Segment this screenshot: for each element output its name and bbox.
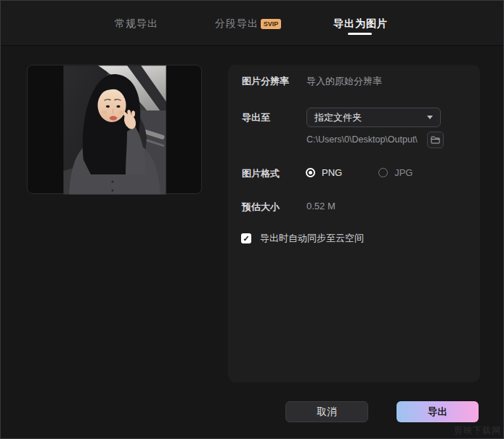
radio-png[interactable] bbox=[306, 168, 315, 177]
radio-png-label[interactable]: PNG bbox=[322, 167, 342, 178]
cancel-button[interactable]: 取消 bbox=[285, 401, 368, 422]
export-to-label: 导出至 bbox=[242, 111, 270, 124]
cloud-sync-checkbox-label[interactable]: 导出时自动同步至云空间 bbox=[260, 232, 364, 245]
preview-photo-illustration bbox=[63, 65, 166, 195]
radio-jpg[interactable] bbox=[378, 168, 388, 177]
export-dialog-header: 常规导出 分段导出 SVIP 导出为图片 bbox=[1, 1, 503, 46]
export-preview-image bbox=[63, 65, 166, 195]
resolution-label: 图片分辨率 bbox=[242, 75, 289, 88]
tab-regular-export[interactable]: 常规导出 bbox=[115, 17, 158, 31]
tab-export-as-image[interactable]: 导出为图片 bbox=[333, 17, 388, 31]
export-dialog: 常规导出 分段导出 SVIP 导出为图片 bbox=[0, 0, 504, 439]
export-folder-dropdown[interactable]: 指定文件夹 bbox=[306, 108, 441, 127]
image-format-label: 图片格式 bbox=[242, 167, 280, 180]
estimated-size-value: 0.52 M bbox=[306, 201, 336, 212]
export-settings-panel: 图片分辨率 导入的原始分辨率 导出至 指定文件夹 C:\Users\0\Desk… bbox=[228, 65, 480, 382]
site-watermark: 剪映下载网 bbox=[454, 424, 501, 437]
active-tab-underline bbox=[348, 33, 372, 35]
export-button[interactable]: 导出 bbox=[397, 401, 479, 422]
export-folder-path: C:\Users\0\Desktop\Output\ bbox=[306, 134, 418, 145]
svip-badge: SVIP bbox=[261, 19, 281, 29]
image-preview-container bbox=[27, 65, 202, 194]
export-folder-dropdown-value: 指定文件夹 bbox=[314, 111, 427, 124]
cloud-sync-checkbox[interactable] bbox=[241, 233, 251, 243]
folder-icon bbox=[431, 136, 440, 144]
tab-segmented-export[interactable]: 分段导出 bbox=[215, 17, 259, 31]
estimated-size-label: 预估大小 bbox=[242, 201, 280, 214]
resolution-value: 导入的原始分辨率 bbox=[306, 75, 382, 88]
chevron-down-icon bbox=[427, 116, 433, 119]
browse-folder-button[interactable] bbox=[427, 132, 444, 148]
radio-jpg-label[interactable]: JPG bbox=[394, 167, 412, 178]
